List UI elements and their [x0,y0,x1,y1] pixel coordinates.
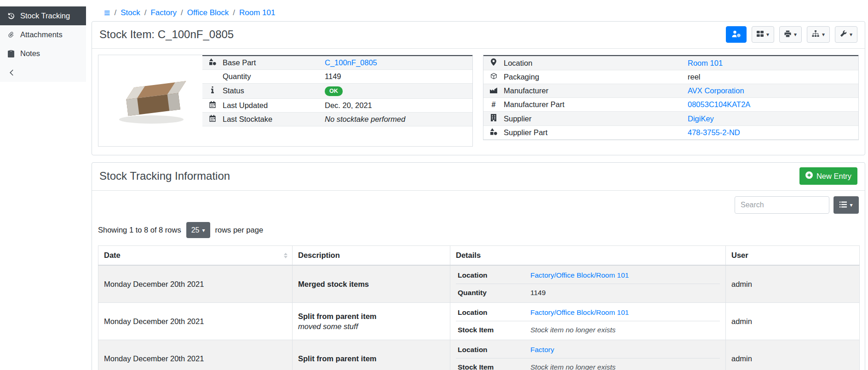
map-marker-icon [491,59,496,67]
detail-row-location: Location Room 101 [483,56,858,70]
column-header-description: Description [293,246,450,266]
detail-row-last-stocktake: Last Stocktake No stocktake performed [202,112,472,126]
sidebar-item-stock-tracking[interactable]: Stock Tracking [0,6,86,25]
detail-label: Status [218,84,320,99]
capacitor-photo [107,72,194,130]
last-updated-value: Dec. 20, 2021 [320,98,472,112]
print-actions-button[interactable]: ▾ [779,26,802,43]
location-link[interactable]: Room 101 [688,59,723,67]
building-icon [491,114,496,123]
main-content: ≡ / Stock / Factory / Office Block / Roo… [92,0,865,370]
tracking-table-toolbar: ▾ [92,191,865,214]
tools-icon [840,30,847,39]
breadcrumb-separator: / [144,8,147,17]
location-link[interactable]: Factory [530,346,554,354]
column-header-date[interactable]: Date [98,246,293,266]
stock-transfer-actions-button[interactable]: ▾ [807,26,830,43]
caret-down-icon: ▾ [202,228,205,233]
industry-icon [490,86,497,95]
new-entry-button[interactable]: New Entry [799,167,857,185]
user-cell: admin [726,265,860,303]
page-size-value: 25 [191,226,200,234]
breadcrumb-stock[interactable]: Stock [121,8,140,17]
new-entry-label: New Entry [816,172,851,181]
tracking-header-row: Date Description Details User [98,246,860,266]
calendar-icon [209,101,216,109]
stock-detail-table-left: Base Part C_100nF_0805 Quantity 1149 Sta… [202,55,472,126]
detail-row-last-updated: Last Updated Dec. 20, 2021 [202,98,472,112]
part-image [98,55,202,146]
calendar-icon [209,115,216,123]
stock-item-missing-text: Stock item no longer exists [530,326,615,334]
detail-label: Supplier [499,112,683,126]
detail-sub-row: Location Factory/Office Block/Room 101 [456,267,720,284]
breadcrumb-room-101[interactable]: Room 101 [239,8,275,17]
detail-row-status: Status OK [202,84,472,99]
description-cell: Merged stock items [293,265,450,303]
clipboard-icon [7,50,15,57]
supplier-link[interactable]: DigiKey [688,114,714,123]
user-cell: admin [726,303,860,340]
sidebar: Stock Tracking Attachments Notes [0,6,86,82]
detail-row-base-part: Base Part C_100nF_0805 [202,56,472,70]
plus-circle-icon [805,171,813,181]
paperclip-icon [7,31,15,39]
detail-label: Location [499,56,683,70]
details-cell: Location Factory/Office Block/Room 101 Q… [450,265,726,303]
base-part-link[interactable]: C_100nF_0805 [325,58,377,67]
info-icon [211,86,214,95]
menu-icon[interactable]: ≡ [104,8,110,18]
caret-down-icon: ▾ [850,32,852,37]
manufacturer-part-link[interactable]: 08053C104KAT2A [688,100,750,108]
column-header-details: Details [450,246,726,266]
columns-dropdown-button[interactable]: ▾ [834,196,859,214]
history-icon [7,12,15,20]
sidebar-item-label: Stock Tracking [20,11,70,20]
sidebar-item-notes[interactable]: Notes [0,44,86,63]
supplier-part-link[interactable]: 478-3755-2-ND [688,128,740,137]
user-cell: admin [726,340,860,370]
detail-sub-row: Quantity 1149 [456,284,720,301]
breadcrumb-office-block[interactable]: Office Block [187,8,229,17]
sidebar-item-attachments[interactable]: Attachments [0,25,86,44]
location-link[interactable]: Factory/Office Block/Room 101 [530,271,629,279]
stock-adjust-actions-button[interactable]: ▾ [835,26,857,43]
breadcrumb-factory[interactable]: Factory [150,8,177,17]
breadcrumb-separator: / [233,8,235,17]
packaging-value: reel [683,70,858,84]
rows-per-page-text: rows per page [215,226,264,234]
column-header-user: User [726,246,860,266]
date-cell: Monday December 20th 2021 [98,303,293,340]
search-input[interactable] [735,196,829,214]
detail-row-supplier: Supplier DigiKey [483,112,858,126]
breadcrumb-separator: / [181,8,183,17]
stock-details: Base Part C_100nF_0805 Quantity 1149 Sta… [92,49,865,155]
sort-icon [284,253,287,258]
date-cell: Monday December 20th 2021 [98,265,293,303]
location-link[interactable]: Factory/Office Block/Room 101 [530,308,629,317]
description-cell: Split from parent item [293,340,450,370]
breadcrumb: ≡ / Stock / Factory / Office Block / Roo… [92,6,865,19]
barcode-actions-button[interactable]: ▾ [752,26,774,43]
box-icon [490,73,497,81]
list-icon [839,201,847,209]
stock-detail-table-right: Location Room 101 Packaging reel Manufac… [483,55,858,140]
quantity-value: 1149 [320,70,472,84]
detail-row-packaging: Packaging reel [483,70,858,84]
sidebar-collapse-button[interactable] [0,63,86,82]
page-size-select[interactable]: 25 ▾ [186,222,210,238]
stock-detail-card-right: Location Room 101 Packaging reel Manufac… [483,55,859,140]
shapes-icon [490,128,497,137]
showing-rows-text: Showing 1 to 8 of 8 rows [98,226,181,234]
detail-sub-row: Location Factory [456,342,720,359]
user-actions-button[interactable] [726,26,747,43]
caret-down-icon: ▾ [794,32,797,37]
tracking-panel-title: Stock Tracking Information [99,169,230,183]
sidebar-item-label: Notes [20,49,40,58]
shapes-icon [209,58,216,67]
detail-sub-row: Location Factory/Office Block/Room 101 [456,304,720,321]
manufacturer-link[interactable]: AVX Corporation [688,86,744,95]
tracking-table: Date Description Details User Monday Dec… [98,245,860,370]
caret-down-icon: ▾ [766,32,769,37]
sitemap-icon [812,30,819,39]
